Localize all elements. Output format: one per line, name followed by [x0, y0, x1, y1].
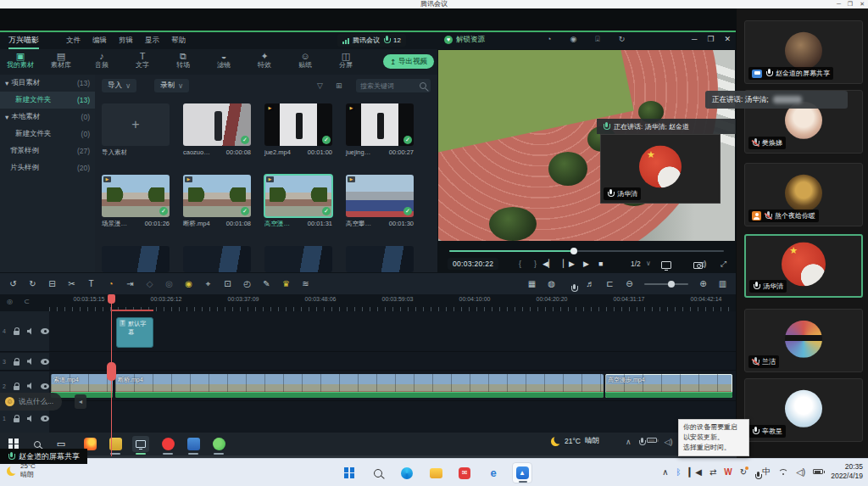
progress-knob[interactable] — [570, 248, 577, 254]
meeting-indicator-pill[interactable]: 腾讯会议 12 — [337, 34, 406, 47]
link-icon[interactable]: ⊂ — [24, 298, 30, 305]
tree-item-new-folder-1[interactable]: 新建文件夹(13) — [0, 92, 95, 109]
color-match-icon[interactable]: ◉ — [179, 279, 198, 288]
blue-app-icon[interactable] — [185, 436, 202, 452]
marker-icon[interactable]: ⊏ — [600, 279, 620, 288]
premium-crown-icon[interactable]: ♛ — [276, 279, 296, 288]
motion-track-icon[interactable]: ⌖ — [198, 279, 218, 289]
crop-icon[interactable]: ◔ — [101, 279, 120, 288]
tree-item-local-media[interactable]: ▾本地素材(0) — [0, 109, 95, 126]
app-logo[interactable]: 万兴喵影 — [8, 35, 39, 49]
media-item[interactable] — [102, 246, 175, 272]
emoji-icon[interactable]: ☺ — [5, 397, 14, 406]
minimize-icon[interactable]: ─ — [837, 0, 841, 8]
maximize-icon[interactable]: ❐ — [848, 0, 853, 8]
pen-icon[interactable]: ✎ — [257, 279, 276, 288]
mute-track-icon[interactable] — [27, 415, 35, 422]
chevron-down-icon[interactable]: ∨ — [646, 260, 651, 267]
lock-icon[interactable] — [14, 383, 20, 390]
tree-item-background-samples[interactable]: 背景样例(27) — [0, 142, 95, 159]
render-preview-icon[interactable]: ▦ — [522, 279, 542, 288]
red-app-icon[interactable] — [159, 436, 176, 452]
ie-icon[interactable]: e — [483, 462, 504, 483]
green-screen-icon[interactable]: ⊡ — [218, 279, 237, 288]
fullscreen-icon[interactable]: ⤢ — [721, 260, 726, 269]
tray-chevron-icon[interactable]: ∧ — [626, 438, 632, 446]
visibility-icon[interactable] — [41, 359, 49, 365]
record-button[interactable]: 录制∨ — [154, 79, 189, 92]
mask-icon[interactable]: ◍ — [542, 279, 561, 288]
media-key-icon[interactable]: ▎◀ — [689, 467, 702, 477]
weather-widget[interactable]: 25°C 晴朗 — [7, 462, 36, 479]
media-item-import[interactable]: + 导入素材 — [102, 103, 175, 157]
video-clip-selected[interactable]: 高空漫步.mp4 — [605, 374, 732, 398]
filter-icon[interactable]: ▽ — [317, 81, 323, 90]
playhead[interactable] — [111, 294, 112, 456]
settings-sliders-icon[interactable]: ⇄ — [709, 467, 716, 477]
visibility-icon[interactable] — [41, 383, 49, 389]
update-pending-icon[interactable]: ↻ — [740, 467, 747, 477]
file-explorer-icon[interactable] — [426, 462, 446, 483]
editor-maximize-icon[interactable]: ❐ — [707, 35, 714, 43]
zoom-in-icon[interactable]: ⊕ — [693, 279, 713, 288]
media-item[interactable]: ▶✓ 场景漫…00:01:26 — [102, 175, 175, 228]
shared-weather-widget[interactable]: 21°C 晴朗 — [551, 436, 599, 446]
wps-icon[interactable]: W — [724, 467, 732, 477]
media-item[interactable]: ▶✓ jue2.mp400:01:00 — [264, 103, 337, 156]
grid-view-icon[interactable]: ⊞ — [336, 81, 342, 90]
media-item[interactable] — [183, 246, 256, 272]
battery-icon[interactable] — [813, 469, 823, 474]
preview-progress-bar[interactable] — [449, 250, 724, 252]
wechat-icon[interactable] — [210, 436, 227, 452]
participant-tile[interactable]: 辛教呈 — [744, 378, 863, 442]
mute-track-icon[interactable] — [27, 383, 35, 390]
media-item[interactable]: ▶✓ juejing…00:00:27 — [346, 103, 419, 156]
chat-collapse-button[interactable]: ◂ — [75, 394, 86, 409]
playhead-handle[interactable] — [107, 362, 116, 381]
participant-tile[interactable]: 赵金道的屏幕共享 — [744, 20, 863, 84]
delete-icon[interactable]: ⊟ — [42, 279, 62, 288]
search-input[interactable]: 搜索关键词 — [356, 79, 431, 92]
unlock-resources-button[interactable]: ♥ 解锁资源 — [444, 35, 485, 45]
mail-app-icon[interactable]: ✉ — [454, 462, 475, 483]
help-icon[interactable]: ◉ — [570, 35, 576, 44]
prev-frame-button[interactable]: ◀▏ — [542, 260, 554, 268]
close-icon[interactable]: ✕ — [860, 0, 865, 8]
speed-ramp-icon[interactable]: ⇥ — [120, 279, 140, 288]
lock-icon[interactable] — [14, 358, 20, 366]
snap-icon[interactable]: ◎ — [7, 298, 13, 305]
tab-stickers[interactable]: ☺贴纸 — [285, 49, 326, 75]
mark-out-icon[interactable]: } — [534, 260, 537, 268]
menu-edit[interactable]: 编辑 — [92, 36, 107, 46]
sync-icon[interactable]: ↻ — [619, 35, 626, 44]
file-explorer-icon[interactable] — [107, 436, 124, 452]
split-icon[interactable]: ✂ — [62, 279, 81, 288]
media-item[interactable]: ▶✓ 断桥.mp400:01:08 — [183, 175, 256, 228]
tray-volume-icon[interactable]: ◁) — [665, 438, 673, 446]
clock[interactable]: 20:35 2022/4/19 — [831, 462, 863, 481]
subtitle-clip[interactable]: T默认字幕 — [116, 317, 153, 348]
keyframe-icon[interactable]: ◇ — [140, 279, 159, 288]
taskbar-search-icon[interactable] — [368, 462, 388, 483]
mark-in-icon[interactable]: { — [519, 260, 521, 268]
tab-audio[interactable]: ♪音频 — [81, 49, 122, 75]
export-video-button[interactable]: ↥ 导出视频 — [383, 54, 434, 69]
tree-item-project-media[interactable]: ▾项目素材(13) — [0, 75, 95, 92]
media-item[interactable] — [264, 246, 337, 272]
volume-icon[interactable]: ◁) — [698, 260, 706, 268]
media-item-selected[interactable]: ▶✓ 高空漫…00:01:31 — [264, 175, 337, 228]
lock-icon[interactable] — [14, 327, 20, 335]
redo-icon[interactable]: ↻ — [23, 279, 42, 288]
import-button[interactable]: 导入∨ — [102, 79, 136, 92]
lock-icon[interactable] — [14, 415, 20, 422]
tray-volume-icon[interactable]: ◁) — [796, 467, 805, 477]
adjust-icon[interactable]: ≋ — [296, 279, 315, 288]
tree-item-intro-samples[interactable]: 片头样例(20) — [0, 159, 95, 176]
media-item[interactable]: ▶✓ 高空攀…00:01:30 — [346, 175, 419, 228]
speed-icon[interactable]: ◴ — [237, 279, 257, 288]
tab-splitscreen[interactable]: ◫分屏 — [326, 49, 366, 75]
media-item[interactable] — [346, 246, 419, 272]
meeting-app-icon[interactable]: ▲ — [512, 462, 532, 483]
wifi-icon[interactable] — [778, 468, 788, 476]
account-icon[interactable]: ◔ — [547, 35, 551, 44]
